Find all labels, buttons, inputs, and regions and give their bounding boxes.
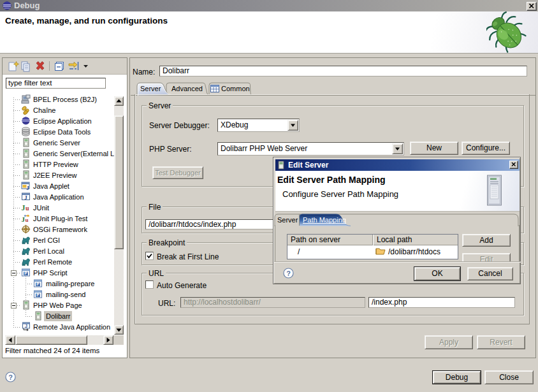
svg-text:Common: Common — [221, 85, 250, 92]
svg-text:P: P — [36, 282, 40, 286]
svg-text:P: P — [36, 293, 40, 297]
svg-text:?: ? — [286, 270, 291, 277]
svg-text:u: u — [25, 205, 29, 212]
svg-text:P: P — [24, 271, 27, 275]
svg-text:Advanced: Advanced — [171, 85, 203, 92]
svg-text:?: ? — [8, 374, 13, 381]
svg-text:u: u — [25, 217, 29, 223]
svg-text:J: J — [22, 203, 25, 212]
svg-text:J: J — [24, 194, 27, 201]
svg-text:Path Mapping: Path Mapping — [303, 216, 346, 224]
svg-text:J: J — [25, 324, 27, 328]
svg-text:J: J — [26, 185, 29, 191]
svg-text:Server: Server — [140, 85, 161, 92]
svg-text:Server: Server — [277, 216, 298, 224]
